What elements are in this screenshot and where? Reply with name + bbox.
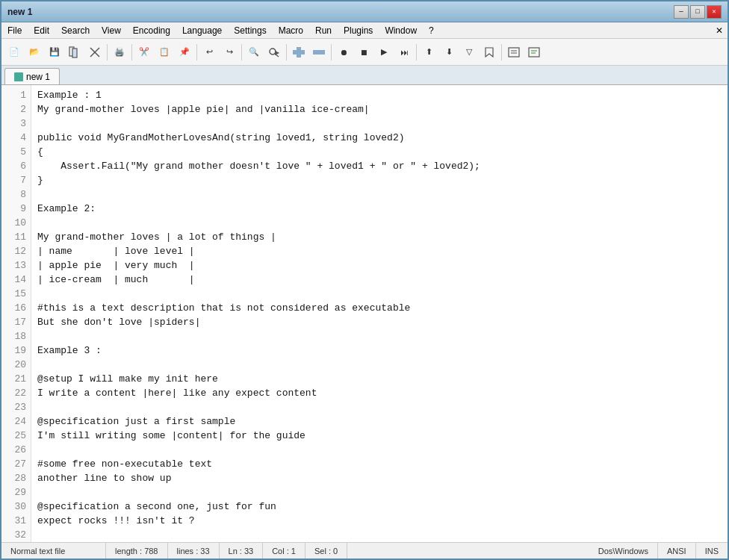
tb-find-next[interactable]: ▶ [264, 43, 284, 62]
line-number: 16 [6, 301, 26, 315]
menu-help[interactable]: ? [423, 22, 440, 38]
editor-line[interactable]: ​ [37, 485, 722, 500]
menu-encoding[interactable]: Encoding [127, 22, 176, 38]
close-button[interactable]: ✕ [707, 5, 722, 19]
editor-line[interactable]: another line to show up [37, 471, 722, 485]
editor-line[interactable]: | name | love level | [37, 244, 722, 258]
tb-sep8 [501, 44, 502, 60]
editor-line[interactable]: My grand-mother loves | a lot of things … [37, 230, 722, 244]
tb-print[interactable]: 🖨️ [110, 43, 129, 62]
tb-sep3 [196, 44, 197, 60]
line-number: 22 [6, 386, 26, 400]
line-number: 23 [6, 400, 26, 414]
status-bar: Normal text file length : 788 lines : 33… [1, 542, 728, 559]
status-encoding: ANSI [658, 543, 696, 559]
editor-line[interactable]: ​ [37, 400, 722, 414]
line-number: 7 [6, 173, 26, 187]
editor-line[interactable]: { [37, 145, 722, 159]
tb-toggle-marker[interactable]: ▽ [459, 43, 479, 62]
tb-cut[interactable]: ✂️ [134, 43, 154, 62]
tb-prev-marker[interactable]: ⬆ [419, 43, 438, 62]
tb-save[interactable]: 💾 [45, 43, 64, 62]
editor-line[interactable]: Example 3 : [37, 343, 722, 358]
line-number: 2 [6, 102, 26, 116]
line-number: 14 [6, 273, 26, 287]
editor-line[interactable]: ​ [37, 187, 722, 202]
menu-file[interactable]: File [1, 22, 28, 38]
tb-paste[interactable]: 📌 [175, 43, 194, 62]
editor-line[interactable]: Example : 1 [37, 88, 722, 102]
menu-language[interactable]: Language [176, 22, 228, 38]
editor-line[interactable]: | apple pie | very much | [37, 258, 722, 273]
menu-macro[interactable]: Macro [273, 22, 309, 38]
editor-line[interactable]: I write a content |here| like any expect… [37, 386, 722, 400]
tb-load-session[interactable] [524, 43, 544, 62]
editor-content[interactable]: Example : 1My grand-mother loves |apple … [31, 85, 728, 542]
tb-zoom-out[interactable] [309, 43, 329, 62]
maximize-button[interactable]: □ [690, 5, 705, 19]
svg-marker-10 [486, 48, 493, 57]
editor-line[interactable]: Assert.Fail("My grand mother doesn't lov… [37, 159, 722, 173]
tb-open[interactable]: 📂 [25, 43, 44, 62]
editor-line[interactable]: #some free non-executable text [37, 457, 722, 471]
editor-line[interactable]: | ice-cream | much | [37, 273, 722, 287]
menu-x[interactable]: ✕ [711, 24, 728, 37]
editor-container[interactable]: 1234567891011121314151617181920212223242… [1, 85, 728, 542]
window-title: new 1 [7, 7, 674, 17]
tb-run-macro-multiple[interactable]: ⏭ [394, 43, 414, 62]
line-number: 28 [6, 471, 26, 485]
line-number: 11 [6, 230, 26, 244]
line-number: 29 [6, 485, 26, 500]
editor-line[interactable]: I'm still writing some |content| for the… [37, 429, 722, 443]
menu-view[interactable]: View [96, 22, 127, 38]
menu-window[interactable]: Window [379, 22, 423, 38]
tb-start-record[interactable]: ⏺ [334, 43, 353, 62]
window-controls: ─ □ ✕ [674, 5, 722, 19]
tb-copy[interactable]: 📋 [155, 43, 174, 62]
editor-line[interactable]: @specification just a first sample [37, 414, 722, 429]
tb-new[interactable]: 📄 [4, 43, 24, 62]
tab-bar: new 1 [1, 66, 728, 85]
tb-undo[interactable]: ↩ [199, 43, 219, 62]
tb-close[interactable] [85, 43, 105, 62]
status-ins: INS [696, 543, 728, 559]
editor-line[interactable]: expect rocks !!! isn't it ? [37, 514, 722, 528]
menu-plugins[interactable]: Plugins [338, 22, 379, 38]
editor-line[interactable]: #this is a text description that is not … [37, 301, 722, 315]
tb-stop-record[interactable]: ⏹ [354, 43, 373, 62]
editor-line[interactable]: @specification a second one, just for fu… [37, 500, 722, 514]
menu-run[interactable]: Run [309, 22, 338, 38]
tb-clear-all-markers[interactable] [480, 43, 499, 62]
editor-line[interactable]: My grand-mother loves |apple pie| and |v… [37, 102, 722, 116]
editor-line[interactable]: ​ [37, 358, 722, 372]
status-file-type: Normal text file [1, 543, 106, 559]
editor-line[interactable]: ​ [37, 528, 722, 542]
editor-line[interactable]: @setup I will make my init here [37, 372, 722, 386]
tb-find[interactable]: 🔍 [244, 43, 264, 62]
tb-next-marker[interactable]: ⬇ [439, 43, 459, 62]
menu-search[interactable]: Search [55, 22, 96, 38]
editor-line[interactable]: But she don't love |spiders| [37, 315, 722, 329]
editor-line[interactable]: Example 2: [37, 202, 722, 216]
tb-zoom-in[interactable] [289, 43, 308, 62]
minimize-button[interactable]: ─ [674, 5, 689, 19]
editor-line[interactable]: ​ [37, 116, 722, 131]
tb-save-all[interactable] [65, 43, 84, 62]
editor-line[interactable]: public void MyGrandMotherLovesAnd(string… [37, 131, 722, 145]
svg-rect-9 [313, 50, 325, 55]
editor-line[interactable]: ​ [37, 287, 722, 301]
editor-line[interactable]: ​ [37, 216, 722, 230]
tb-save-session[interactable] [504, 43, 524, 62]
line-number: 32 [6, 528, 26, 542]
tb-redo[interactable]: ↪ [220, 43, 239, 62]
menu-settings[interactable]: Settings [228, 22, 272, 38]
tb-play-macro[interactable]: ▶ [374, 43, 394, 62]
status-position: Ln : 33 [220, 543, 264, 559]
status-col: Col : 1 [263, 543, 305, 559]
tab-new1[interactable]: new 1 [4, 68, 60, 84]
menu-edit[interactable]: Edit [28, 22, 55, 38]
editor-line[interactable]: } [37, 173, 722, 187]
editor-line[interactable]: ​ [37, 329, 722, 343]
editor-line[interactable]: ​ [37, 443, 722, 457]
tab-label: new 1 [26, 72, 50, 82]
